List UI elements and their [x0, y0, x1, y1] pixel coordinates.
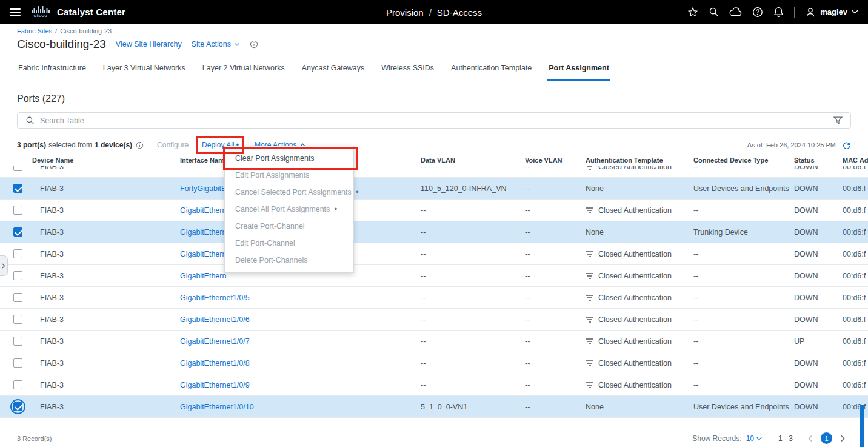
auth-template-cell: Closed Authentication [586, 250, 693, 258]
cloud-icon[interactable] [729, 7, 742, 17]
help-icon[interactable] [752, 7, 763, 18]
row-checkbox[interactable] [13, 293, 22, 302]
site-info-icon[interactable] [250, 40, 258, 49]
table-row[interactable]: FIAB-3 GigabitEthernet1/0/5 -- -- Closed… [0, 287, 868, 309]
menu-item-clear-port-assignments[interactable]: Clear Port Assignments [225, 150, 353, 167]
breadcrumb: Fabric Sites / Cisco-building-23 [17, 27, 868, 35]
menu-item-cancel-selected-port-assignments[interactable]: Cancel Selected Port Assignments • [225, 184, 353, 201]
tab-layer-3-virtual-networks[interactable]: Layer 3 Virtual Networks [102, 58, 187, 81]
table-row[interactable]: FIAB-3 GigabitEthernet1/0/10 5_1_0_0-VN1… [0, 396, 868, 418]
column-header-data-vlan[interactable]: Data VLAN [421, 156, 525, 164]
search-input[interactable] [40, 116, 828, 125]
mac-address-cell: 00:d6:f [843, 315, 868, 324]
refresh-icon[interactable] [842, 141, 851, 150]
auth-template-cell: Closed Authentication [586, 315, 693, 324]
interface-link[interactable]: GigabitEthern [180, 250, 226, 258]
row-checkbox[interactable] [13, 166, 22, 171]
selection-info-icon[interactable] [136, 141, 144, 149]
interface-link[interactable]: GigabitEthernet1/0/10 [180, 403, 254, 411]
favorites-star-icon[interactable] [687, 7, 698, 18]
column-header-connected-device-type[interactable]: Connected Device Type [693, 156, 794, 164]
table-row[interactable]: FIAB-3 GigabitEthernet1/0/9 -- -- Closed… [0, 374, 868, 396]
voice-vlan-cell: -- [525, 250, 586, 258]
interface-link[interactable]: GigabitEthernet1/0/9 [180, 381, 250, 389]
interface-link[interactable]: GigabitEthern [180, 272, 226, 280]
closed-auth-icon [586, 338, 594, 345]
voice-vlan-cell: -- [525, 166, 586, 171]
interface-link[interactable]: GigabitEthernet1/0/7 [180, 337, 250, 346]
context-primary[interactable]: Provision [386, 7, 424, 17]
tab-layer-2-virtual-networks[interactable]: Layer 2 Virtual Networks [201, 58, 286, 81]
column-header-voice-vlan[interactable]: Voice VLAN [525, 156, 586, 164]
table-row[interactable]: FIAB-3 GigabitEthernet1/0/7 -- -- Closed… [0, 331, 868, 352]
row-checkbox[interactable] [13, 249, 22, 258]
menu-item-edit-port-assignments[interactable]: Edit Port Assignments [225, 167, 353, 184]
closed-auth-icon [586, 250, 594, 258]
menu-item-cancel-all-port-assignments[interactable]: Cancel All Port Assignments • [225, 201, 353, 218]
table-row[interactable]: FIAB-3 FortyGigabitE 110_5_120_0-INFRA_V… [0, 178, 868, 200]
connected-device-cell: -- [693, 337, 794, 346]
scrollbar-thumb[interactable] [860, 405, 864, 447]
row-checkbox[interactable] [13, 337, 22, 346]
page-size-select[interactable]: 10 [746, 434, 762, 443]
site-actions-dropdown[interactable]: Site Actions [192, 40, 240, 49]
auth-template-label: Closed Authentication [598, 206, 672, 215]
tab-port-assignment[interactable]: Port Assignment [547, 58, 610, 81]
configure-button[interactable]: Configure [157, 141, 189, 149]
interface-link[interactable]: GigabitEthernet1/0/5 [180, 294, 250, 302]
selection-text: selected from [48, 141, 92, 149]
username-label: maglev [820, 7, 847, 16]
column-header-mac-add[interactable]: MAC Add [843, 156, 868, 164]
interface-link[interactable]: GigabitEthern [180, 228, 226, 237]
tab-wireless-ssids[interactable]: Wireless SSIDs [380, 58, 435, 81]
user-menu[interactable]: maglev [805, 7, 858, 18]
breadcrumb-fabric-sites[interactable]: Fabric Sites [17, 27, 52, 35]
interface-link[interactable]: GigabitEthern [180, 206, 226, 215]
row-checkbox[interactable] [13, 315, 22, 324]
row-checkbox[interactable] [13, 402, 22, 411]
table-row[interactable]: FIAB-3 GigabitEthernet1/0/8 -- -- Closed… [0, 352, 868, 374]
menu-item-edit-port-channel[interactable]: Edit Port-Channel [225, 235, 353, 252]
connected-device-cell: -- [693, 272, 794, 280]
row-select-cell [0, 166, 32, 174]
checkbox-wrap [10, 334, 25, 349]
table-row[interactable]: FIAB-3 -- -- Closed Authentication -- DO… [0, 166, 868, 178]
panel-expand-handle[interactable] [0, 255, 8, 276]
pagination-page-1[interactable]: 1 [821, 432, 832, 444]
tab-anycast-gateways[interactable]: Anycast Gateways [301, 58, 366, 81]
row-checkbox[interactable] [13, 271, 22, 280]
interface-link[interactable]: GigabitEthernet1/0/6 [180, 315, 250, 324]
data-vlan-cell: 110_5_120_0-INFRA_VN [421, 184, 525, 193]
context-secondary[interactable]: SD-Access [437, 7, 482, 17]
column-header-status[interactable]: Status [794, 156, 843, 164]
hamburger-menu-icon[interactable] [10, 8, 21, 16]
column-header-authentication-template[interactable]: Authentication Template [586, 156, 693, 164]
column-header-device-name[interactable]: Device Name [32, 156, 180, 164]
row-checkbox[interactable] [13, 206, 22, 215]
tab-authentication-template[interactable]: Authentication Template [450, 58, 533, 81]
connected-device-cell: User Devices and Endpoints [693, 184, 794, 193]
row-checkbox[interactable] [13, 184, 22, 193]
table-row[interactable]: FIAB-3 GigabitEthernet1/0/6 -- -- Closed… [0, 309, 868, 331]
table-row[interactable]: FIAB-3 GigabitEthern -- -- Closed Authen… [0, 265, 868, 287]
search-icon[interactable] [709, 7, 719, 17]
table-row[interactable]: FIAB-3 GigabitEthern -- -- Closed Authen… [0, 243, 868, 265]
pagination-next-icon[interactable] [839, 434, 846, 443]
interface-link[interactable]: GigabitEthernet1/0/8 [180, 359, 250, 368]
interface-link[interactable]: FortyGigabitE [180, 184, 226, 193]
menu-item-delete-port-channels[interactable]: Delete Port-Channels [225, 252, 353, 269]
table-row[interactable]: FIAB-3 GigabitEthern -- -- None Trunking… [0, 221, 868, 243]
tab-fabric-infrastructure[interactable]: Fabric Infrastructure [17, 58, 87, 81]
menu-item-create-port-channel[interactable]: Create Port-Channel [225, 218, 353, 235]
pagination-prev-icon[interactable] [807, 434, 814, 443]
filter-icon[interactable] [833, 116, 843, 125]
notifications-bell-icon[interactable] [773, 7, 784, 18]
row-checkbox[interactable] [13, 380, 22, 389]
data-vlan-cell: -- [421, 337, 525, 346]
connected-device-cell: -- [693, 294, 794, 302]
connected-device-cell: -- [693, 166, 794, 171]
table-row[interactable]: FIAB-3 GigabitEthern -- -- Closed Authen… [0, 200, 868, 221]
row-checkbox[interactable] [13, 358, 22, 368]
view-site-hierarchy-link[interactable]: View Site Hierarchy [116, 40, 182, 49]
row-checkbox[interactable] [13, 227, 22, 237]
